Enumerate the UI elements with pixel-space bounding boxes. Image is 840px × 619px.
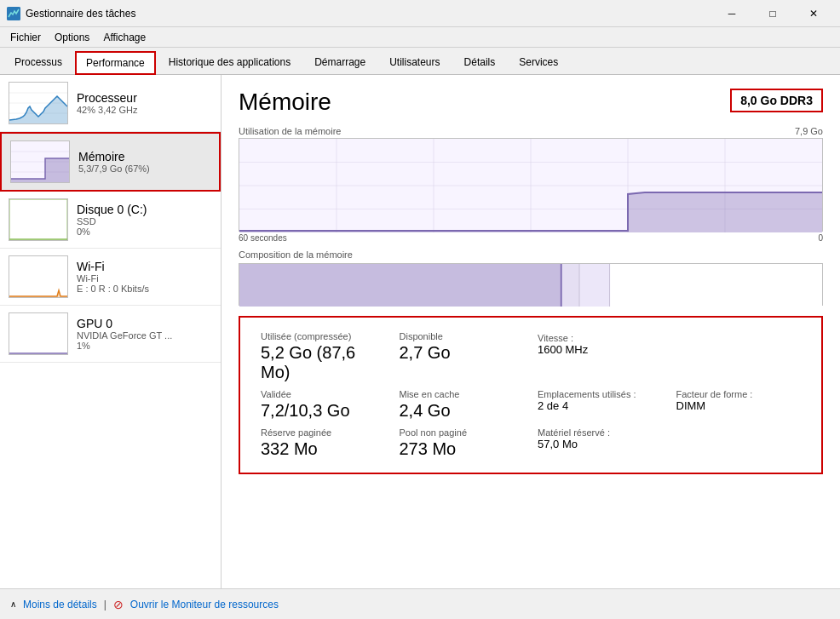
disk-info: Disque 0 (C:) SSD 0% [77,203,212,237]
gpu-name: GPU 0 [77,317,212,330]
sidebar: Processeur 42% 3,42 GHz Mémoire [0,75,222,588]
wifi-name: Wi-Fi [77,260,212,273]
tab-demarrage[interactable]: Démarrage [303,50,377,74]
separator: | [104,599,106,610]
svg-rect-27 [239,264,561,307]
bottombar: ∧ Moins de détails | ⊘ Ouvrir le Moniteu… [0,588,840,619]
stat-paged: Réserve paginée 332 Mo [254,424,393,462]
wifi-sub1: Wi-Fi [77,273,212,284]
stat-used: Utilisée (compressée) 5,2 Go (87,6 Mo) [254,328,393,386]
svg-rect-15 [9,313,67,354]
detail-title: Mémoire [239,89,331,116]
gpu-info: GPU 0 NVIDIA GeForce GT ... 1% [77,317,212,351]
gpu-sub2: 1% [77,341,212,351]
menu-options[interactable]: Options [48,30,96,45]
memory-name: Mémoire [78,150,210,163]
paged-value: 332 Mo [261,439,386,459]
menubar: Fichier Options Affichage [0,27,840,48]
tab-performance[interactable]: Performance [75,51,156,75]
main-content: Processeur 42% 3,42 GHz Mémoire [0,75,840,588]
maximize-button[interactable]: □ [753,0,792,27]
gpu-thumbnail [9,312,68,355]
composition-chart [239,263,823,306]
svg-rect-32 [609,264,610,307]
open-monitor-link[interactable]: Ouvrir le Moniteur de ressources [130,599,279,610]
wifi-info: Wi-Fi Wi-Fi E : 0 R : 0 Kbits/s [77,260,212,294]
close-button[interactable]: ✕ [794,0,833,27]
detail-panel: Mémoire 8,0 Go DDR3 Utilisation de la mé… [222,75,840,588]
svg-rect-28 [561,264,562,307]
svg-rect-29 [562,264,579,307]
toggle-details[interactable]: Moins de détails [23,599,97,610]
tab-processus[interactable]: Processus [3,50,73,74]
slots-label: Emplacements utilisés : [538,389,663,399]
sidebar-item-memoire[interactable]: Mémoire 5,3/7,9 Go (67%) [0,132,221,192]
nonpaged-value: 273 Mo [400,439,525,459]
stat-available: Disponible 2,7 Go [393,328,532,386]
speed-value: 1600 MHz [538,343,663,356]
memory-type-badge: 8,0 Go DDR3 [730,89,823,112]
stat-slots [670,328,808,386]
disk-name: Disque 0 (C:) [77,203,212,216]
speed-label: Vitesse : [538,333,663,343]
gpu-sub1: NVIDIA GeForce GT ... [77,330,212,341]
form-label: Facteur de forme : [676,389,802,399]
available-label: Disponible [400,331,525,341]
validated-value: 7,2/10,3 Go [261,401,386,421]
usage-label: Utilisation de la mémoire [239,126,341,136]
cached-label: Mise en cache [400,389,525,399]
disk-sub1: SSD [77,216,212,226]
menu-affichage[interactable]: Affichage [96,30,152,45]
stat-nonpaged: Pool non paginé 273 Mo [393,424,532,462]
wifi-sub2: E : 0 R : 0 Kbits/s [77,284,212,294]
chevron-up-icon: ∧ [10,599,16,609]
used-label: Utilisée (compressée) [261,331,386,341]
detail-header: Mémoire 8,0 Go DDR3 [239,89,823,116]
svg-rect-11 [9,199,67,240]
paged-label: Réserve paginée [261,427,386,438]
cpu-name: Processeur [77,91,212,105]
svg-rect-31 [579,264,609,307]
stat-slots-val: Emplacements utilisés : 2 de 4 [531,386,670,424]
time-start: 60 secondes [239,233,287,243]
tab-utilisateurs[interactable]: Utilisateurs [378,50,451,74]
app-icon [7,7,20,20]
usage-chart-section: Utilisation de la mémoire 7,9 Go [239,126,823,243]
menu-fichier[interactable]: Fichier [3,30,48,45]
form-value: DIMM [676,399,802,412]
validated-label: Validée [261,389,386,399]
wifi-thumbnail [9,255,68,298]
stat-form: Facteur de forme : DIMM [670,386,808,424]
usage-chart [239,138,823,232]
stat-speed: Vitesse : 1600 MHz [531,328,670,386]
memory-thumbnail [10,140,70,183]
memory-sub: 5,3/7,9 Go (67%) [78,163,210,174]
sidebar-item-wifi[interactable]: Wi-Fi Wi-Fi E : 0 R : 0 Kbits/s [0,249,221,306]
time-end: 0 [818,233,823,243]
cpu-thumbnail [9,82,68,124]
tab-details[interactable]: Détails [453,50,507,74]
disk-sub2: 0% [77,226,212,237]
usage-max: 7,9 Go [795,126,823,136]
svg-rect-30 [579,264,580,307]
nonpaged-label: Pool non paginé [400,427,525,438]
usage-label-row: Utilisation de la mémoire 7,9 Go [239,126,823,136]
tab-services[interactable]: Services [508,50,569,74]
composition-section: Composition de la mémoire [239,249,823,306]
cpu-sub: 42% 3,42 GHz [77,105,212,115]
sidebar-item-disque[interactable]: Disque 0 (C:) SSD 0% [0,192,221,249]
sidebar-item-gpu[interactable]: GPU 0 NVIDIA GeForce GT ... 1% [0,306,221,363]
minimize-button[interactable]: ─ [712,0,751,27]
sidebar-item-processeur[interactable]: Processeur 42% 3,42 GHz [0,75,221,132]
stat-reserved: Matériel réservé : 57,0 Mo [531,424,670,462]
used-value: 5,2 Go (87,6 Mo) [261,343,386,382]
tabbar: Processus Performance Historique des app… [0,48,840,75]
window-title: Gestionnaire des tâches [26,8,712,20]
reserved-value: 57,0 Mo [538,438,663,450]
tab-historique[interactable]: Historique des applications [158,50,302,74]
slots-value: 2 de 4 [538,399,663,412]
monitor-icon: ⊘ [113,598,124,611]
reserved-label: Matériel réservé : [538,427,663,438]
disk-thumbnail [9,198,68,241]
cpu-info: Processeur 42% 3,42 GHz [77,91,212,115]
